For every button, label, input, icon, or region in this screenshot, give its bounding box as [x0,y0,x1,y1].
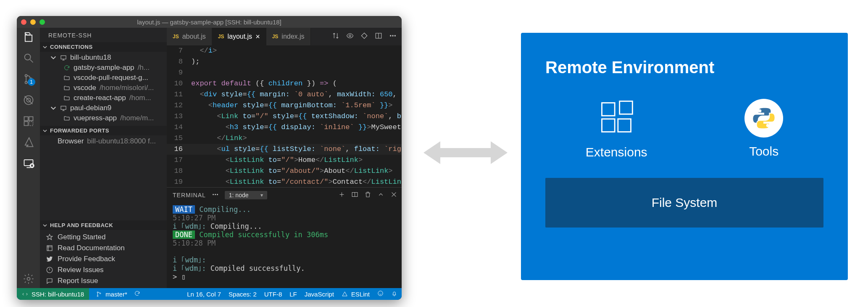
maximize-panel-icon[interactable] [377,191,384,199]
sidebar: REMOTE-SSH CONNECTIONS bill-ubuntu18gats… [40,28,167,288]
terminal-output[interactable]: WAIT Compiling... 5:10:27 PMi ｢wdm｣: Com… [167,203,402,288]
svg-point-18 [349,34,351,37]
svg-point-23 [213,194,213,195]
extensions-icon[interactable] [23,115,34,127]
ports-tree: Browserbill-ubuntu18:8000 f... [40,135,167,149]
chevron-down-icon [42,45,47,50]
host-row[interactable]: bill-ubuntu18 [40,53,167,63]
close-panel-icon[interactable] [390,191,397,199]
folder-row[interactable]: create-react-app/hom... [40,93,167,103]
svg-point-24 [215,194,216,195]
svg-rect-7 [24,117,28,121]
remote-title: Remote Environment [545,58,823,77]
svg-rect-33 [602,119,615,132]
status-remote[interactable]: SSH: bill-ubuntu18 [17,288,89,300]
svg-point-20 [390,35,391,36]
scm-badge: 1 [28,78,35,86]
status-eslint[interactable]: ESLint [342,291,370,298]
open-preview-icon[interactable] [360,32,368,42]
js-icon: JS [218,34,224,40]
status-indent[interactable]: Spaces: 2 [229,291,257,298]
window-controls[interactable] [21,19,45,25]
status-cursor[interactable]: Ln 16, Col 7 [187,291,221,298]
status-eol[interactable]: LF [289,291,297,298]
python-icon [744,99,783,138]
help-row[interactable]: Report Issue [40,275,167,286]
folder-row[interactable]: vuepress-app/home/m... [40,113,167,123]
svg-point-21 [392,35,393,36]
editor-tab[interactable]: JSlayout.js× [212,28,266,45]
open-changes-icon[interactable] [346,32,354,42]
tools-card: Tools [744,99,783,159]
titlebar[interactable]: layout.js — gatsby-sample-app [SSH: bill… [17,16,402,28]
section-help[interactable]: HELP AND FEEDBACK [40,220,167,230]
svg-point-30 [378,291,383,296]
status-sync-icon[interactable] [134,290,140,298]
svg-rect-14 [61,56,66,59]
status-bar: SSH: bill-ubuntu18 master* Ln 16, Col 7 … [17,288,402,300]
extensions-card: Extensions [586,98,647,159]
svg-point-27 [97,291,98,293]
source-control-icon[interactable]: 1 [23,73,34,85]
panel-more-icon[interactable] [212,191,219,199]
compare-changes-icon[interactable] [332,32,339,42]
tab-bar: JSabout.jsJSlayout.js×JSindex.js [167,28,402,45]
help-row[interactable]: Provide Feedback [40,254,167,265]
folder-icon [63,85,70,91]
debug-icon[interactable] [23,94,34,106]
help-row[interactable]: Read Documentation [40,243,167,254]
terminal-selector[interactable]: 1: node [225,191,267,199]
section-connections[interactable]: CONNECTIONS [40,42,167,52]
remote-explorer-icon[interactable] [23,157,34,169]
help-row[interactable]: Getting Started [40,232,167,243]
extensions-icon [597,98,636,138]
svg-rect-10 [29,122,33,125]
help-list: Getting StartedRead DocumentationProvide… [40,230,167,288]
vm-icon [60,105,67,111]
settings-gear-icon[interactable] [23,273,34,285]
forwarded-port-row[interactable]: Browserbill-ubuntu18:8000 f... [40,136,167,146]
minimize-window-icon[interactable] [30,19,36,25]
folder-icon [63,115,70,122]
split-editor-icon[interactable] [375,32,382,42]
folder-row[interactable]: gatsby-sample-app/h... [40,63,167,73]
status-language[interactable]: JavaScript [305,291,334,298]
more-actions-icon[interactable] [389,32,397,42]
status-bell-icon[interactable] [391,290,397,298]
code-lines[interactable]: </i>); export default ({ children }) => … [191,45,402,187]
svg-point-22 [395,35,395,36]
svg-rect-15 [61,106,66,109]
file-system-box: File System [545,178,823,228]
zoom-window-icon[interactable] [39,19,45,25]
editor-tab[interactable]: JSindex.js [266,28,311,45]
status-encoding[interactable]: UTF-8 [264,291,282,298]
folder-row[interactable]: vscode-pull-request-g... [40,73,167,83]
book-icon [46,244,53,252]
help-row[interactable]: Review Issues [40,265,167,275]
section-ports[interactable]: FORWARDED PORTS [40,126,167,135]
vscode-window: layout.js — gatsby-sample-app [SSH: bill… [17,16,402,300]
chevron-down-icon [50,54,57,61]
terminal-panel: TERMINAL 1: node WAIT Compiling... 5:10:… [167,187,402,288]
explorer-icon[interactable] [23,31,34,43]
svg-point-1 [24,54,30,60]
status-feedback-icon[interactable] [377,290,384,298]
panel-tab-terminal[interactable]: TERMINAL [173,192,206,198]
split-terminal-icon[interactable] [351,191,358,199]
reload-icon [63,64,70,71]
close-tab-icon[interactable]: × [255,32,260,41]
close-window-icon[interactable] [21,19,26,25]
code-editor[interactable]: 78910111213141516171819202122 </i>); exp… [167,45,402,187]
folder-row[interactable]: vscode/home/misolori/... [40,83,167,93]
new-terminal-icon[interactable] [338,191,345,199]
star-icon [46,233,53,241]
kill-terminal-icon[interactable] [364,191,371,199]
search-icon[interactable] [23,52,34,64]
host-row[interactable]: paul-debian9 [40,103,167,113]
editor-tab[interactable]: JSabout.js [167,28,212,45]
status-branch[interactable]: master* [96,291,127,298]
svg-rect-0 [25,35,32,41]
azure-icon[interactable] [23,136,34,148]
connections-tree: bill-ubuntu18gatsby-sample-app/h...vscod… [40,52,167,126]
sidebar-title: REMOTE-SSH [40,28,167,42]
